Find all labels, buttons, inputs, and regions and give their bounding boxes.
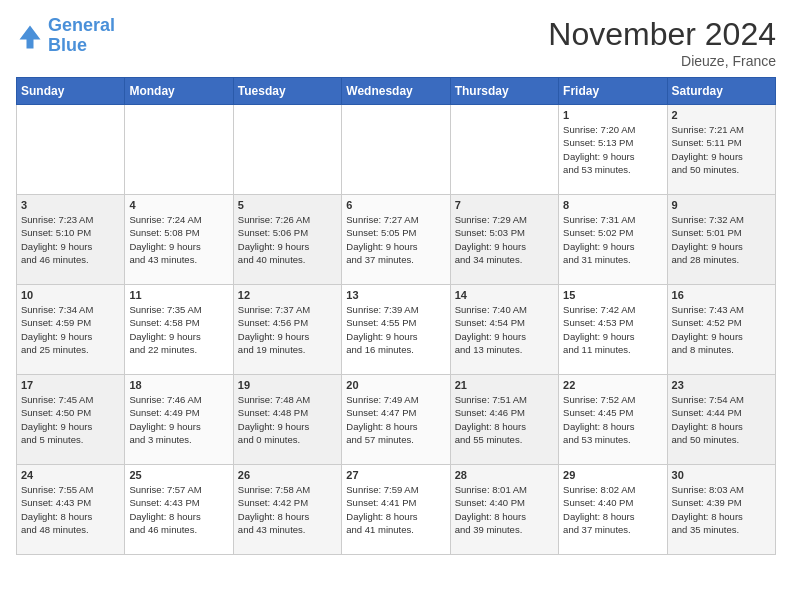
calendar-cell: 24Sunrise: 7:55 AM Sunset: 4:43 PM Dayli…	[17, 465, 125, 555]
calendar-cell	[125, 105, 233, 195]
calendar-cell: 19Sunrise: 7:48 AM Sunset: 4:48 PM Dayli…	[233, 375, 341, 465]
day-number: 28	[455, 469, 554, 481]
calendar-cell: 16Sunrise: 7:43 AM Sunset: 4:52 PM Dayli…	[667, 285, 775, 375]
day-info: Sunrise: 7:34 AM Sunset: 4:59 PM Dayligh…	[21, 303, 120, 356]
calendar-week-5: 24Sunrise: 7:55 AM Sunset: 4:43 PM Dayli…	[17, 465, 776, 555]
day-number: 9	[672, 199, 771, 211]
day-info: Sunrise: 7:26 AM Sunset: 5:06 PM Dayligh…	[238, 213, 337, 266]
day-number: 16	[672, 289, 771, 301]
day-info: Sunrise: 7:40 AM Sunset: 4:54 PM Dayligh…	[455, 303, 554, 356]
calendar-cell: 14Sunrise: 7:40 AM Sunset: 4:54 PM Dayli…	[450, 285, 558, 375]
calendar-cell: 4Sunrise: 7:24 AM Sunset: 5:08 PM Daylig…	[125, 195, 233, 285]
column-header-tuesday: Tuesday	[233, 78, 341, 105]
day-info: Sunrise: 8:03 AM Sunset: 4:39 PM Dayligh…	[672, 483, 771, 536]
day-number: 29	[563, 469, 662, 481]
day-info: Sunrise: 7:24 AM Sunset: 5:08 PM Dayligh…	[129, 213, 228, 266]
logo: General Blue	[16, 16, 115, 56]
calendar-cell: 8Sunrise: 7:31 AM Sunset: 5:02 PM Daylig…	[559, 195, 667, 285]
title-block: November 2024 Dieuze, France	[548, 16, 776, 69]
day-info: Sunrise: 7:35 AM Sunset: 4:58 PM Dayligh…	[129, 303, 228, 356]
column-header-wednesday: Wednesday	[342, 78, 450, 105]
calendar-cell	[342, 105, 450, 195]
calendar-cell: 25Sunrise: 7:57 AM Sunset: 4:43 PM Dayli…	[125, 465, 233, 555]
calendar-cell: 30Sunrise: 8:03 AM Sunset: 4:39 PM Dayli…	[667, 465, 775, 555]
calendar-cell: 7Sunrise: 7:29 AM Sunset: 5:03 PM Daylig…	[450, 195, 558, 285]
calendar-table: SundayMondayTuesdayWednesdayThursdayFrid…	[16, 77, 776, 555]
day-number: 21	[455, 379, 554, 391]
day-number: 5	[238, 199, 337, 211]
day-number: 14	[455, 289, 554, 301]
day-number: 15	[563, 289, 662, 301]
day-number: 20	[346, 379, 445, 391]
day-info: Sunrise: 7:43 AM Sunset: 4:52 PM Dayligh…	[672, 303, 771, 356]
day-info: Sunrise: 7:52 AM Sunset: 4:45 PM Dayligh…	[563, 393, 662, 446]
day-number: 25	[129, 469, 228, 481]
day-info: Sunrise: 7:37 AM Sunset: 4:56 PM Dayligh…	[238, 303, 337, 356]
calendar-cell: 26Sunrise: 7:58 AM Sunset: 4:42 PM Dayli…	[233, 465, 341, 555]
calendar-cell: 27Sunrise: 7:59 AM Sunset: 4:41 PM Dayli…	[342, 465, 450, 555]
day-info: Sunrise: 7:32 AM Sunset: 5:01 PM Dayligh…	[672, 213, 771, 266]
day-number: 11	[129, 289, 228, 301]
day-info: Sunrise: 7:58 AM Sunset: 4:42 PM Dayligh…	[238, 483, 337, 536]
day-number: 4	[129, 199, 228, 211]
column-header-sunday: Sunday	[17, 78, 125, 105]
calendar-cell: 1Sunrise: 7:20 AM Sunset: 5:13 PM Daylig…	[559, 105, 667, 195]
calendar-cell: 28Sunrise: 8:01 AM Sunset: 4:40 PM Dayli…	[450, 465, 558, 555]
day-info: Sunrise: 7:23 AM Sunset: 5:10 PM Dayligh…	[21, 213, 120, 266]
day-number: 30	[672, 469, 771, 481]
logo-text: General Blue	[48, 16, 115, 56]
day-number: 1	[563, 109, 662, 121]
day-info: Sunrise: 7:54 AM Sunset: 4:44 PM Dayligh…	[672, 393, 771, 446]
day-info: Sunrise: 7:46 AM Sunset: 4:49 PM Dayligh…	[129, 393, 228, 446]
calendar-week-3: 10Sunrise: 7:34 AM Sunset: 4:59 PM Dayli…	[17, 285, 776, 375]
calendar-cell: 3Sunrise: 7:23 AM Sunset: 5:10 PM Daylig…	[17, 195, 125, 285]
calendar-cell: 21Sunrise: 7:51 AM Sunset: 4:46 PM Dayli…	[450, 375, 558, 465]
day-info: Sunrise: 7:59 AM Sunset: 4:41 PM Dayligh…	[346, 483, 445, 536]
calendar-cell: 17Sunrise: 7:45 AM Sunset: 4:50 PM Dayli…	[17, 375, 125, 465]
calendar-cell: 22Sunrise: 7:52 AM Sunset: 4:45 PM Dayli…	[559, 375, 667, 465]
day-number: 19	[238, 379, 337, 391]
logo-icon	[16, 22, 44, 50]
day-info: Sunrise: 7:45 AM Sunset: 4:50 PM Dayligh…	[21, 393, 120, 446]
day-info: Sunrise: 8:02 AM Sunset: 4:40 PM Dayligh…	[563, 483, 662, 536]
calendar-week-2: 3Sunrise: 7:23 AM Sunset: 5:10 PM Daylig…	[17, 195, 776, 285]
calendar-cell: 13Sunrise: 7:39 AM Sunset: 4:55 PM Dayli…	[342, 285, 450, 375]
day-number: 27	[346, 469, 445, 481]
calendar-cell: 5Sunrise: 7:26 AM Sunset: 5:06 PM Daylig…	[233, 195, 341, 285]
calendar-cell	[17, 105, 125, 195]
day-info: Sunrise: 7:20 AM Sunset: 5:13 PM Dayligh…	[563, 123, 662, 176]
calendar-cell: 9Sunrise: 7:32 AM Sunset: 5:01 PM Daylig…	[667, 195, 775, 285]
calendar-cell: 12Sunrise: 7:37 AM Sunset: 4:56 PM Dayli…	[233, 285, 341, 375]
calendar-cell: 11Sunrise: 7:35 AM Sunset: 4:58 PM Dayli…	[125, 285, 233, 375]
day-number: 3	[21, 199, 120, 211]
day-info: Sunrise: 7:57 AM Sunset: 4:43 PM Dayligh…	[129, 483, 228, 536]
day-info: Sunrise: 7:51 AM Sunset: 4:46 PM Dayligh…	[455, 393, 554, 446]
calendar-cell: 23Sunrise: 7:54 AM Sunset: 4:44 PM Dayli…	[667, 375, 775, 465]
day-number: 10	[21, 289, 120, 301]
day-number: 6	[346, 199, 445, 211]
day-number: 17	[21, 379, 120, 391]
calendar-week-1: 1Sunrise: 7:20 AM Sunset: 5:13 PM Daylig…	[17, 105, 776, 195]
day-info: Sunrise: 7:21 AM Sunset: 5:11 PM Dayligh…	[672, 123, 771, 176]
day-info: Sunrise: 7:31 AM Sunset: 5:02 PM Dayligh…	[563, 213, 662, 266]
column-header-thursday: Thursday	[450, 78, 558, 105]
day-info: Sunrise: 7:42 AM Sunset: 4:53 PM Dayligh…	[563, 303, 662, 356]
day-info: Sunrise: 7:48 AM Sunset: 4:48 PM Dayligh…	[238, 393, 337, 446]
calendar-cell: 2Sunrise: 7:21 AM Sunset: 5:11 PM Daylig…	[667, 105, 775, 195]
day-number: 12	[238, 289, 337, 301]
day-info: Sunrise: 7:29 AM Sunset: 5:03 PM Dayligh…	[455, 213, 554, 266]
calendar-cell: 10Sunrise: 7:34 AM Sunset: 4:59 PM Dayli…	[17, 285, 125, 375]
day-info: Sunrise: 8:01 AM Sunset: 4:40 PM Dayligh…	[455, 483, 554, 536]
calendar-week-4: 17Sunrise: 7:45 AM Sunset: 4:50 PM Dayli…	[17, 375, 776, 465]
day-info: Sunrise: 7:27 AM Sunset: 5:05 PM Dayligh…	[346, 213, 445, 266]
page-header: General Blue November 2024 Dieuze, Franc…	[16, 16, 776, 69]
day-info: Sunrise: 7:49 AM Sunset: 4:47 PM Dayligh…	[346, 393, 445, 446]
day-number: 24	[21, 469, 120, 481]
day-number: 7	[455, 199, 554, 211]
svg-marker-0	[20, 25, 41, 48]
calendar-cell: 20Sunrise: 7:49 AM Sunset: 4:47 PM Dayli…	[342, 375, 450, 465]
calendar-cell: 29Sunrise: 8:02 AM Sunset: 4:40 PM Dayli…	[559, 465, 667, 555]
day-number: 8	[563, 199, 662, 211]
day-number: 22	[563, 379, 662, 391]
calendar-cell	[450, 105, 558, 195]
